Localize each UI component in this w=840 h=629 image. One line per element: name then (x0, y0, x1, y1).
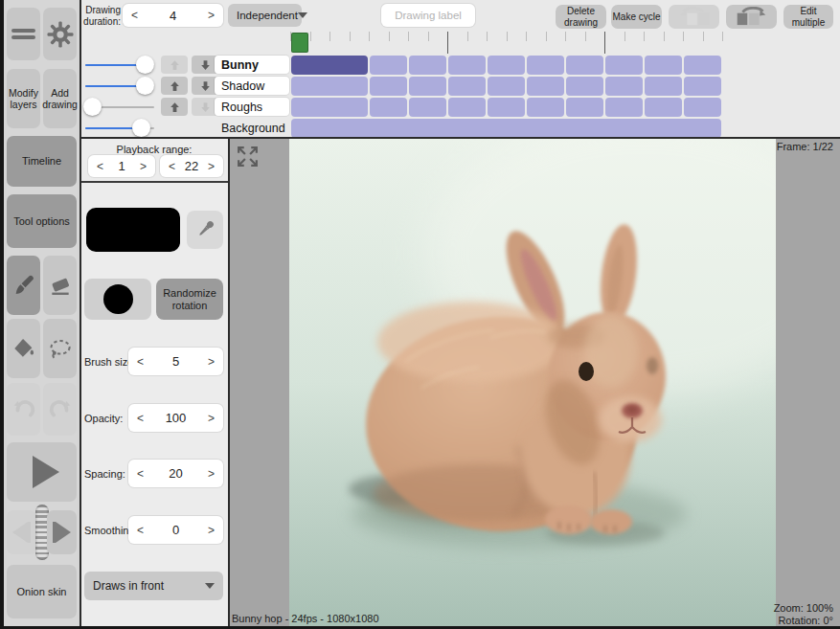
timeline-block[interactable] (291, 56, 368, 75)
menu-button[interactable] (7, 8, 40, 60)
timeline-block[interactable] (448, 98, 486, 117)
spacing-increment[interactable]: > (208, 467, 215, 481)
timeline-block[interactable] (605, 98, 643, 117)
drawing-label-input[interactable] (381, 4, 475, 27)
timeline-block[interactable] (370, 77, 407, 96)
timeline-block[interactable] (488, 98, 525, 117)
next-frame-button[interactable] (47, 510, 77, 554)
timeline-block[interactable] (684, 98, 721, 117)
edit-multiple-button[interactable]: Edit multiple (783, 5, 833, 29)
layer-up-button[interactable] (161, 77, 188, 95)
layer-up-button[interactable] (161, 98, 188, 116)
timeline-block[interactable] (409, 77, 446, 96)
shift-drawings-right-icon (733, 7, 771, 27)
panel-canvas-divider (228, 139, 230, 626)
slider-thumb[interactable] (136, 56, 154, 74)
duration-mode-dropdown[interactable]: Independent (228, 4, 302, 27)
expand-icon[interactable] (235, 144, 261, 169)
timeline-block[interactable] (488, 56, 525, 75)
smoothing-increment[interactable]: > (208, 524, 215, 537)
shift-drawings-right-button[interactable] (726, 5, 777, 29)
slider-thumb[interactable] (136, 77, 154, 95)
timeline-block[interactable] (566, 77, 603, 96)
playback-start-decrement[interactable]: < (97, 160, 103, 173)
timeline-block[interactable] (291, 77, 368, 96)
timeline-block[interactable] (370, 56, 407, 75)
brush-color-swatch[interactable] (86, 208, 180, 252)
timeline-block[interactable] (409, 98, 446, 117)
timeline-block[interactable] (605, 77, 643, 96)
playback-end-decrement[interactable]: < (169, 160, 175, 173)
tool-options-panel-button[interactable]: Tool options (7, 194, 77, 248)
onion-skin-button[interactable]: Onion skin (7, 565, 77, 618)
brush-tool-button[interactable] (7, 256, 40, 315)
ruler-tick (310, 32, 311, 41)
playback-end-stepper[interactable]: < 22 > (160, 155, 223, 177)
timeline-block[interactable] (645, 77, 682, 96)
timeline-block[interactable] (566, 56, 603, 75)
opacity-decrement[interactable]: < (137, 412, 144, 425)
timeline-block[interactable] (409, 56, 446, 75)
timeline-ruler[interactable] (80, 31, 840, 54)
timeline-block[interactable] (605, 56, 643, 75)
brush-size-decrement[interactable]: < (137, 355, 144, 369)
duration-decrement-button[interactable]: < (131, 9, 138, 22)
playback-end-increment[interactable]: > (208, 160, 215, 173)
opacity-increment[interactable]: > (208, 412, 215, 425)
timeline-block[interactable] (527, 77, 564, 96)
timeline-block[interactable] (291, 98, 368, 117)
draw-order-dropdown[interactable]: Draws in front (84, 572, 223, 600)
make-cycle-button[interactable]: Make cycle (611, 5, 662, 29)
smoothing-stepper[interactable]: < 0 > (128, 516, 223, 544)
layer-name-field[interactable]: Shadow (215, 77, 289, 95)
brush-size-increment[interactable]: > (208, 355, 215, 369)
play-button[interactable] (7, 442, 77, 502)
brush-preview-button[interactable] (84, 279, 151, 320)
add-drawing-button[interactable]: Add drawing (43, 69, 77, 128)
slider-thumb[interactable] (132, 119, 150, 137)
playback-start-stepper[interactable]: < 1 > (88, 155, 155, 177)
previous-frame-button[interactable] (7, 510, 36, 554)
timeline-block[interactable] (488, 77, 525, 96)
timeline-block[interactable] (291, 119, 721, 138)
timeline-block[interactable] (645, 98, 682, 117)
smoothing-decrement[interactable]: < (137, 524, 144, 537)
undo-button[interactable] (7, 383, 40, 436)
lasso-tool-button[interactable] (43, 319, 77, 378)
drawing-canvas[interactable] (289, 139, 776, 626)
playhead[interactable] (291, 33, 308, 53)
randomize-rotation-button[interactable]: Randomize rotation (156, 279, 223, 320)
timeline-block[interactable] (527, 98, 564, 117)
spacing-decrement[interactable]: < (137, 467, 144, 481)
eyedropper-button[interactable] (187, 211, 223, 249)
timeline-block[interactable] (370, 98, 407, 117)
modify-layers-button[interactable]: Modify layers (7, 69, 40, 128)
playback-start-increment[interactable]: > (140, 160, 147, 173)
shift-drawings-left-button[interactable] (669, 5, 719, 29)
slider-thumb[interactable] (83, 98, 102, 116)
timeline-block[interactable] (645, 56, 682, 75)
layer-name-field[interactable]: Roughs (215, 98, 289, 116)
timeline-block[interactable] (448, 77, 486, 96)
timeline-block[interactable] (566, 98, 603, 117)
redo-button[interactable] (43, 383, 77, 436)
layer-name-field[interactable]: Bunny (215, 56, 289, 74)
layer-row: Shadow (80, 76, 840, 97)
timeline-block[interactable] (448, 56, 486, 75)
drawing-duration-stepper[interactable]: < 4 > (123, 4, 223, 27)
timeline-block[interactable] (684, 56, 721, 75)
delete-drawing-button[interactable]: Delete drawing (556, 5, 606, 29)
ruler-tick (546, 32, 547, 41)
layer-up-button[interactable] (161, 56, 188, 74)
duration-increment-button[interactable]: > (208, 9, 215, 22)
spacing-stepper[interactable]: < 20 > (128, 460, 223, 487)
eraser-tool-button[interactable] (43, 256, 77, 315)
opacity-stepper[interactable]: < 100 > (128, 404, 223, 432)
project-info: Bunny hop - 24fps - 1080x1080 (232, 613, 379, 624)
fill-tool-button[interactable] (7, 319, 40, 378)
timeline-block[interactable] (684, 77, 721, 96)
settings-button[interactable] (43, 8, 77, 60)
timeline-panel-button[interactable]: Timeline (7, 136, 77, 187)
brush-size-stepper[interactable]: < 5 > (128, 348, 223, 375)
timeline-block[interactable] (527, 56, 564, 75)
